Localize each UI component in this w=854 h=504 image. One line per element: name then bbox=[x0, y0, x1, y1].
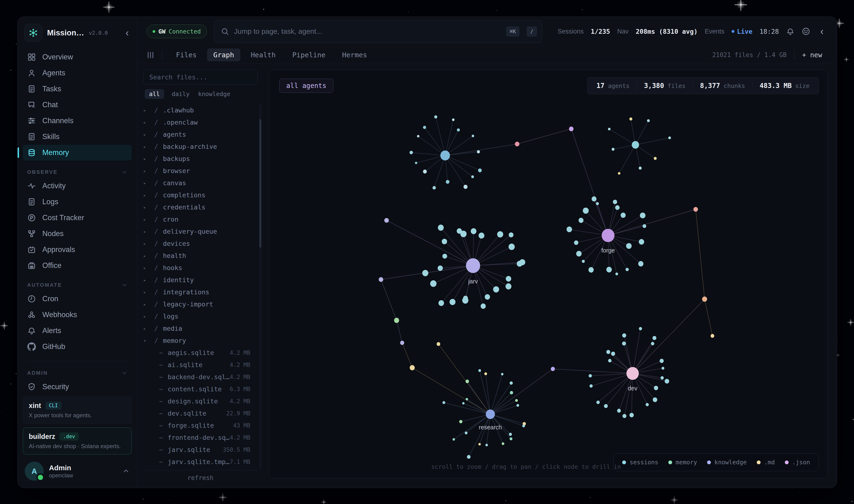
path-slash: / bbox=[154, 155, 158, 162]
tree-folder-cron[interactable]: ▸/cron bbox=[143, 213, 257, 226]
section-title: AUTOMATE bbox=[27, 282, 62, 288]
feedback-smiley-button[interactable] bbox=[802, 27, 810, 36]
tree-folder-browser[interactable]: ▸/browser bbox=[143, 165, 257, 177]
sidebar-item-webhooks[interactable]: Webhooks bbox=[23, 307, 132, 323]
path-slash: / bbox=[154, 107, 158, 114]
tree-file-frontend-dev-sq[interactable]: ~frontend-dev.sq…4.2 MB bbox=[143, 431, 257, 444]
tab-hermes[interactable]: Hermes bbox=[336, 49, 373, 61]
notifications-bell-button[interactable] bbox=[786, 27, 795, 36]
tree-file-forge-sqlite[interactable]: ~forge.sqlite43 MB bbox=[143, 419, 257, 431]
sidebar-item-memory[interactable]: Memory bbox=[23, 145, 132, 160]
tree-folder-memory[interactable]: ▾/memory bbox=[143, 335, 257, 347]
panel-collapse-icon[interactable]: ‹ bbox=[820, 26, 823, 36]
scrollbar-thumb[interactable] bbox=[259, 119, 261, 248]
sidebar-item-label: Approvals bbox=[42, 245, 75, 254]
folder-name: hooks bbox=[163, 264, 182, 271]
tree-file-design-sqlite[interactable]: ~design.sqlite4.2 MB bbox=[143, 395, 257, 407]
slash-keycap: / bbox=[527, 26, 537, 37]
sidebar-item-security[interactable]: Security bbox=[23, 379, 132, 395]
sidebar-item-agents[interactable]: Agents bbox=[23, 65, 132, 81]
sidebar-item-approvals[interactable]: Approvals bbox=[23, 242, 132, 257]
chip-daily[interactable]: daily bbox=[171, 89, 190, 99]
file-search-input[interactable]: Search files... bbox=[143, 70, 257, 84]
sidebar-item-office[interactable]: Office bbox=[23, 258, 132, 273]
sidebar-item-cost-tracker[interactable]: Cost Tracker bbox=[23, 210, 132, 226]
new-file-button[interactable]: + new bbox=[802, 51, 822, 59]
refresh-button[interactable]: refresh bbox=[143, 470, 257, 485]
sidebar-item-skills[interactable]: Skills bbox=[23, 129, 132, 145]
file-size: 350.5 MB bbox=[223, 447, 257, 453]
tree-file-ai-sqlite[interactable]: ~ai.sqlite4.2 MB bbox=[143, 359, 257, 371]
gateway-status-badge[interactable]: GW Connected bbox=[147, 24, 207, 38]
tree-folder-credentials[interactable]: ▸/credentials bbox=[143, 201, 257, 213]
chevron-down-icon bbox=[121, 370, 127, 376]
global-search-input[interactable]: Jump to page, task, agent... ⌘K / bbox=[214, 20, 542, 43]
tree-folder-health[interactable]: ▸/health bbox=[143, 250, 257, 262]
star-sparkle-icon bbox=[104, 2, 114, 13]
tree-file-content-sqlite[interactable]: ~content.sqlite6.3 MB bbox=[143, 383, 257, 395]
tree-folder-canvas[interactable]: ▸/canvas bbox=[143, 177, 257, 189]
tree-file-aegis-sqlite[interactable]: ~aegis.sqlite4.2 MB bbox=[143, 347, 257, 359]
file-name: jarv.sqlite.tmp… bbox=[168, 458, 230, 466]
sidebar-item-alerts[interactable]: Alerts bbox=[23, 323, 132, 339]
promo-card-builderz[interactable]: builderz.devAI-native dev shop · Solana … bbox=[23, 428, 132, 454]
tree-folder-hooks[interactable]: ▸/hooks bbox=[143, 262, 257, 274]
file-prefix: ~ bbox=[159, 373, 163, 381]
tree-folder-backups[interactable]: ▸/backups bbox=[143, 152, 257, 165]
svg-text:dev: dev bbox=[628, 385, 638, 392]
tree-folder-backup-archive[interactable]: ▸/backup-archive bbox=[143, 141, 257, 152]
clock-time: 18:28 bbox=[760, 28, 779, 35]
agents-filter-chip[interactable]: all agents bbox=[279, 79, 333, 93]
agent-graph[interactable]: jarvforgedevresearch bbox=[269, 70, 828, 478]
stat-value: 8,377 bbox=[700, 82, 720, 90]
tree-folder-logs[interactable]: ▸/logs bbox=[143, 310, 257, 322]
sidebar-item-nodes[interactable]: Nodes bbox=[23, 226, 132, 241]
tree-folder-legacy-import[interactable]: ▸/legacy-import bbox=[143, 298, 257, 310]
chip-all[interactable]: all bbox=[145, 89, 164, 99]
tree-folder-identity[interactable]: ▸/identity bbox=[143, 274, 257, 286]
sidebar-item-chat[interactable]: Chat bbox=[23, 97, 132, 113]
tab-graph[interactable]: Graph bbox=[207, 49, 240, 61]
legend-item-md: .md bbox=[757, 459, 775, 466]
tree-folder-clawhub[interactable]: ▸/.clawhub bbox=[143, 104, 257, 116]
sidebar-item-activity[interactable]: Activity bbox=[23, 178, 132, 194]
tree-folder-devices[interactable]: ▸/devices bbox=[143, 237, 257, 250]
tab-pipeline[interactable]: Pipeline bbox=[286, 49, 332, 61]
sidebar-item-logs[interactable]: Logs bbox=[23, 194, 132, 210]
promo-card-xint[interactable]: xintCLIX power tools for agents. bbox=[23, 397, 132, 424]
live-indicator[interactable]: Live bbox=[731, 28, 752, 35]
user-menu[interactable]: A Admin openclaw bbox=[23, 458, 132, 481]
tree-folder-media[interactable]: ▸/media bbox=[143, 322, 257, 335]
path-slash: / bbox=[154, 276, 158, 284]
sidebar-item-github[interactable]: GitHub bbox=[23, 339, 132, 355]
section-header-admin[interactable]: ADMIN bbox=[27, 370, 127, 376]
tree-file-backend-dev-sql[interactable]: ~backend-dev.sql…4.2 MB bbox=[143, 371, 257, 383]
graph-panel[interactable]: jarvforgedevresearch all agents 17agents… bbox=[269, 70, 828, 479]
file-tree-scrollbar[interactable] bbox=[259, 104, 261, 469]
tab-health[interactable]: Health bbox=[244, 49, 282, 61]
tree-folder-delivery-queue[interactable]: ▸/delivery-queue bbox=[143, 226, 257, 237]
file-name: ai.sqlite bbox=[168, 361, 202, 368]
chip-knowledge[interactable]: knowledge bbox=[197, 89, 231, 99]
tree-file-jarv-sqlite[interactable]: ~jarv.sqlite350.5 MB bbox=[143, 444, 257, 456]
sidebar-item-tasks[interactable]: Tasks bbox=[23, 81, 132, 97]
user-info: Admin openclaw bbox=[49, 464, 73, 479]
tree-folder-completions[interactable]: ▸/completions bbox=[143, 189, 257, 201]
section-header-observe[interactable]: OBSERVE bbox=[27, 169, 127, 175]
section-header-automate[interactable]: AUTOMATE bbox=[27, 282, 127, 288]
sidebar-item-cron[interactable]: Cron bbox=[23, 291, 132, 307]
star-sparkle-icon bbox=[0, 322, 8, 329]
sidebar-collapse-icon[interactable]: ‹ bbox=[126, 28, 130, 38]
tab-files[interactable]: Files bbox=[170, 49, 203, 61]
sidebar-item-channels[interactable]: Channels bbox=[23, 113, 132, 129]
tree-file-jarv-sqlite-tmp[interactable]: ~jarv.sqlite.tmp…7.1 MB bbox=[143, 456, 257, 468]
columns-icon[interactable] bbox=[148, 52, 153, 58]
pulse-icon bbox=[27, 181, 36, 191]
tree-folder-agents[interactable]: ▸/agents bbox=[143, 128, 257, 141]
app-version: v2.0.0 bbox=[89, 30, 108, 36]
file-prefix: ~ bbox=[159, 397, 163, 405]
tree-file-dev-sqlite[interactable]: ~dev.sqlite22.9 MB bbox=[143, 407, 257, 419]
tree-folder-openclaw[interactable]: ▸/.openclaw bbox=[143, 116, 257, 128]
tree-folder-integrations[interactable]: ▸/integrations bbox=[143, 286, 257, 298]
sidebar-item-overview[interactable]: Overview bbox=[23, 49, 132, 65]
